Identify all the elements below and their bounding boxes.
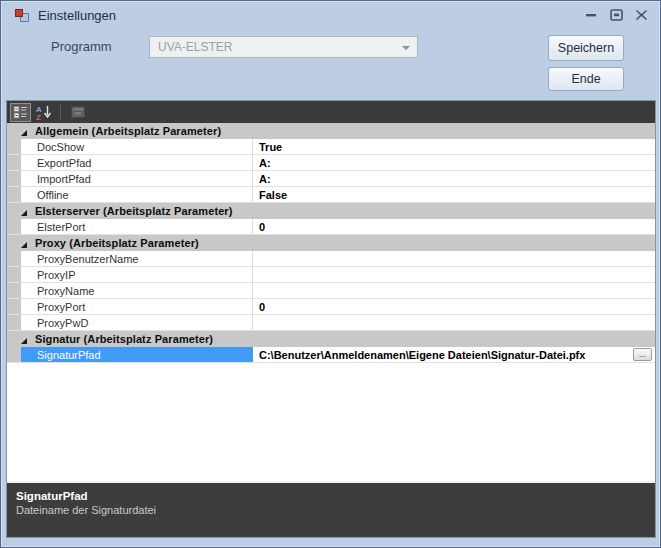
row-indent-strip: [7, 219, 21, 234]
program-label: Programm: [51, 39, 112, 54]
settings-window: Einstellungen Programm UVA-ELSTER Speich…: [0, 0, 661, 548]
alphabetical-button[interactable]: A Z: [33, 103, 54, 122]
window-controls: [584, 8, 648, 22]
window-title: Einstellungen: [38, 8, 116, 23]
row-indent-strip: [7, 171, 21, 186]
category-label: Signatur (Arbeitsplatz Parameter): [35, 333, 213, 345]
property-value[interactable]: [253, 267, 655, 282]
property-value[interactable]: [253, 251, 655, 266]
row-indent-strip: [7, 187, 21, 202]
property-name[interactable]: ProxyPwD: [21, 315, 253, 330]
category-row[interactable]: Elsterserver (Arbeitsplatz Parameter): [7, 203, 655, 219]
help-title: SignaturPfad: [7, 483, 655, 504]
property-value-text: True: [259, 141, 282, 153]
property-name[interactable]: ProxyPort: [21, 299, 253, 314]
category-row[interactable]: Proxy (Arbeitsplatz Parameter): [7, 235, 655, 251]
collapse-triangle-icon[interactable]: [20, 127, 28, 135]
property-row[interactable]: ProxyPort0: [7, 299, 655, 315]
property-row[interactable]: ElsterPort0: [7, 219, 655, 235]
property-value-text: A:: [259, 173, 271, 185]
row-indent-strip: [7, 155, 21, 170]
row-indent-strip: [7, 139, 21, 154]
program-select-value: UVA-ELSTER: [158, 40, 232, 54]
browse-button[interactable]: ...: [633, 348, 652, 361]
property-name[interactable]: SignaturPfad: [21, 347, 253, 362]
property-value[interactable]: A:: [253, 155, 655, 170]
help-panel: SignaturPfad Dateiname der Signaturdatei: [7, 481, 655, 537]
property-row[interactable]: SignaturPfadC:\Benutzer\Anmeldenamen\Eig…: [7, 347, 655, 363]
property-grid-rows: Allgemein (Arbeitsplatz Parameter)DocSho…: [7, 123, 655, 481]
property-name[interactable]: ProxyBenutzerName: [21, 251, 253, 266]
row-indent-strip: [7, 251, 21, 266]
property-row[interactable]: ProxyIP: [7, 267, 655, 283]
title-bar[interactable]: Einstellungen: [1, 1, 660, 29]
property-value[interactable]: [253, 283, 655, 298]
property-grid-toolbar: A Z: [7, 101, 655, 123]
end-button[interactable]: Ende: [548, 67, 624, 91]
property-value-text: A:: [259, 157, 271, 169]
property-name[interactable]: ImportPfad: [21, 171, 253, 186]
svg-text:Z: Z: [36, 113, 41, 121]
category-label: Elsterserver (Arbeitsplatz Parameter): [35, 205, 233, 217]
category-row[interactable]: Signatur (Arbeitsplatz Parameter): [7, 331, 655, 347]
property-name[interactable]: ProxyIP: [21, 267, 253, 282]
row-indent-strip: [7, 315, 21, 330]
program-select[interactable]: UVA-ELSTER: [149, 36, 418, 58]
property-pages-icon: [70, 104, 86, 120]
property-row[interactable]: ImportPfadA:: [7, 171, 655, 187]
row-indent-strip: [7, 283, 21, 298]
chevron-down-icon: [402, 46, 410, 50]
category-row[interactable]: Allgemein (Arbeitsplatz Parameter): [7, 123, 655, 139]
property-name[interactable]: Offline: [21, 187, 253, 202]
property-row[interactable]: OfflineFalse: [7, 187, 655, 203]
property-value-text: False: [259, 189, 287, 201]
property-value-text: 0: [259, 221, 265, 233]
property-value[interactable]: [253, 315, 655, 330]
row-indent-strip: [7, 267, 21, 282]
property-value-text: 0: [259, 301, 265, 313]
property-value[interactable]: A:: [253, 171, 655, 186]
row-indent-strip: [7, 299, 21, 314]
property-value[interactable]: C:\Benutzer\Anmeldenamen\Eigene Dateien\…: [253, 347, 655, 362]
category-label: Proxy (Arbeitsplatz Parameter): [35, 237, 199, 249]
property-pages-button: [67, 103, 88, 122]
collapse-triangle-icon[interactable]: [20, 335, 28, 343]
categorized-icon: [13, 104, 29, 120]
categorized-button[interactable]: [10, 103, 31, 122]
property-row[interactable]: ProxyPwD: [7, 315, 655, 331]
app-icon: [14, 7, 30, 23]
row-indent-strip: [7, 347, 21, 362]
collapse-triangle-icon[interactable]: [20, 239, 28, 247]
property-row[interactable]: ProxyBenutzerName: [7, 251, 655, 267]
app-icon-front-square: [15, 9, 23, 17]
help-description: Dateiname der Signaturdatei: [7, 504, 655, 516]
property-name[interactable]: ProxyName: [21, 283, 253, 298]
property-name[interactable]: ExportPfad: [21, 155, 253, 170]
category-label: Allgemein (Arbeitsplatz Parameter): [35, 125, 221, 137]
property-value[interactable]: False: [253, 187, 655, 202]
alphabetical-icon: A Z: [36, 104, 52, 120]
property-name[interactable]: DocShow: [21, 139, 253, 154]
save-button[interactable]: Speichern: [548, 35, 624, 61]
toolbar-separator: [60, 105, 61, 119]
property-value-text: C:\Benutzer\Anmeldenamen\Eigene Dateien\…: [259, 349, 585, 361]
close-icon[interactable]: [634, 8, 648, 22]
property-value[interactable]: 0: [253, 299, 655, 314]
property-row[interactable]: DocShowTrue: [7, 139, 655, 155]
collapse-triangle-icon[interactable]: [20, 207, 28, 215]
property-grid: A Z Allgemein (Arbeitsplatz Parameter)Do…: [6, 100, 656, 538]
property-name[interactable]: ElsterPort: [21, 219, 253, 234]
property-value[interactable]: 0: [253, 219, 655, 234]
property-value[interactable]: True: [253, 139, 655, 154]
property-row[interactable]: ExportPfadA:: [7, 155, 655, 171]
minimize-icon[interactable]: [584, 8, 598, 22]
property-row[interactable]: ProxyName: [7, 283, 655, 299]
maximize-icon[interactable]: [609, 8, 623, 22]
